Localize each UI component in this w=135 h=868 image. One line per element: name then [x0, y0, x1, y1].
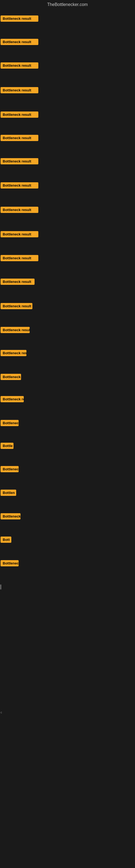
- bottleneck-badge[interactable]: Bottleneck result: [1, 279, 35, 285]
- result-row-17: Bottleneck re: [1, 396, 24, 403]
- result-row-19: Bottle: [1, 443, 13, 450]
- bottleneck-badge[interactable]: Bottleneck resu: [1, 350, 27, 356]
- bottleneck-badge[interactable]: Bottleneck result: [1, 303, 32, 309]
- site-title: TheBottlenecker.com: [0, 0, 135, 9]
- bottleneck-badge[interactable]: Bottleneck result: [1, 231, 38, 237]
- result-row-12: Bottleneck result: [1, 279, 35, 286]
- bottleneck-badge[interactable]: Bott: [1, 536, 11, 543]
- bottleneck-badge[interactable]: Bottleneck result: [1, 39, 38, 45]
- bottleneck-badge[interactable]: Bottleneck result: [1, 16, 38, 22]
- bottleneck-badge[interactable]: Bottlenec: [1, 420, 18, 426]
- bottleneck-badge[interactable]: Bottlen: [1, 490, 16, 496]
- bottleneck-badge[interactable]: Bottle: [1, 443, 13, 449]
- result-row-7: Bottleneck result: [1, 158, 38, 165]
- result-row-9: Bottleneck result: [1, 207, 38, 214]
- result-row-21: Bottlen: [1, 490, 16, 497]
- result-row-5: Bottleneck result: [1, 112, 38, 119]
- result-row-4: Bottleneck result: [1, 87, 38, 94]
- bottleneck-badge[interactable]: Bottleneck result: [1, 255, 38, 261]
- bottleneck-badge[interactable]: Bottleneck result: [1, 135, 38, 141]
- result-row-13: Bottleneck result: [1, 303, 32, 310]
- result-row-18: Bottlenec: [1, 420, 18, 427]
- result-row-6: Bottleneck result: [1, 135, 38, 142]
- result-row-16: Bottleneck: [1, 374, 21, 381]
- bottleneck-badge[interactable]: Bottleneck: [1, 513, 20, 520]
- result-row-22: Bottleneck: [1, 513, 20, 521]
- result-row-23: Bott: [1, 536, 11, 544]
- result-row-1: Bottleneck result: [1, 16, 38, 23]
- cursor: [1, 585, 1, 589]
- bottleneck-badge[interactable]: Bottleneck: [1, 374, 21, 380]
- result-row-2: Bottleneck result: [1, 39, 38, 46]
- bottleneck-badge[interactable]: Bottleneck result: [1, 112, 38, 118]
- result-row-15: Bottleneck resu: [1, 350, 27, 357]
- bottleneck-badge[interactable]: Bottleneck result: [1, 62, 38, 69]
- bottleneck-badge[interactable]: Bottlenec: [1, 466, 18, 472]
- bottleneck-badge[interactable]: Bottleneck result: [1, 327, 30, 333]
- bottleneck-badge[interactable]: Bottleneck result: [1, 207, 38, 213]
- result-row-11: Bottleneck result: [1, 255, 38, 262]
- bottleneck-badge[interactable]: Bottleneck result: [1, 158, 38, 164]
- bottleneck-badge[interactable]: Bottleneck re: [1, 396, 24, 402]
- small-label: c: [1, 711, 2, 714]
- result-row-20: Bottlenec: [1, 466, 18, 473]
- result-row-8: Bottleneck result: [1, 182, 38, 190]
- bottleneck-badge[interactable]: Bottleneck result: [1, 87, 38, 93]
- bottleneck-badge[interactable]: Bottlenec: [1, 560, 18, 566]
- page-wrapper: TheBottlenecker.com Bottleneck result Bo…: [0, 0, 135, 868]
- result-row-14: Bottleneck result: [1, 327, 30, 334]
- result-row-10: Bottleneck result: [1, 231, 38, 239]
- result-row-3: Bottleneck result: [1, 62, 38, 70]
- result-row-24: Bottlenec: [1, 560, 18, 567]
- bottleneck-badge[interactable]: Bottleneck result: [1, 182, 38, 188]
